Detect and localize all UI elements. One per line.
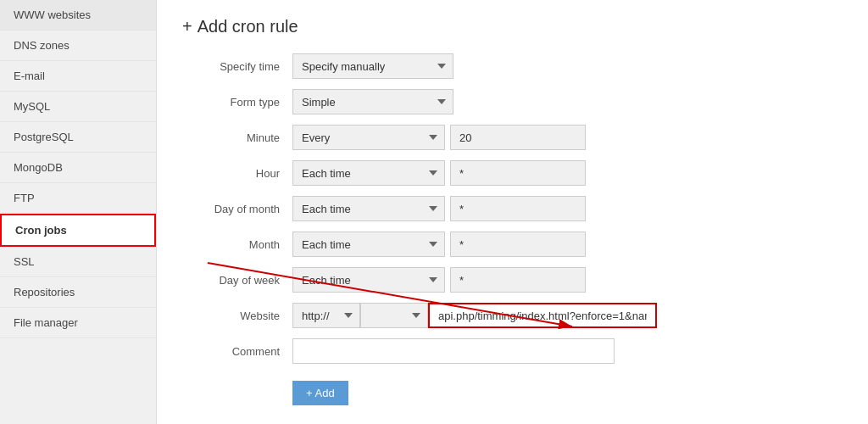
day-of-week-select[interactable]: Each time Every Specify manually xyxy=(292,267,445,293)
form-type-label: Form type xyxy=(182,96,292,109)
plus-icon: + xyxy=(182,17,192,36)
form-type-select[interactable]: Simple Advanced xyxy=(292,89,453,114)
sidebar-item-repositories[interactable]: Repositories xyxy=(0,277,156,308)
month-label: Month xyxy=(182,238,292,251)
sidebar-item-email[interactable]: E-mail xyxy=(0,61,156,92)
sidebar-item-ssl[interactable]: SSL xyxy=(0,247,156,277)
day-of-month-label: Day of month xyxy=(182,203,292,215)
day-of-month-value[interactable]: * xyxy=(450,196,586,221)
add-button-row: + Add xyxy=(182,374,843,405)
day-of-week-row: Day of week Each time Every Specify manu… xyxy=(182,267,843,293)
day-of-week-control: Each time Every Specify manually * xyxy=(292,267,586,293)
day-of-month-control: Each time Every Specify manually * xyxy=(292,196,586,221)
specify-time-control: Specify manually Every hour Every day Ev… xyxy=(292,53,453,79)
sidebar-item-ftp[interactable]: FTP xyxy=(0,183,156,214)
page-title: + Add cron rule xyxy=(182,17,843,36)
website-domain-select[interactable] xyxy=(360,303,428,328)
website-control: http:// https:// api.php/timming/index.h… xyxy=(292,303,657,328)
month-value[interactable]: * xyxy=(450,232,586,257)
hour-row: Hour Each time Every Specify manually * xyxy=(182,160,843,186)
sidebar-item-dns-zones[interactable]: DNS zones xyxy=(0,31,156,61)
form-type-control: Simple Advanced xyxy=(292,89,453,114)
month-control: Each time Every Specify manually * xyxy=(292,232,586,257)
day-of-week-label: Day of week xyxy=(182,274,292,287)
comment-label: Comment xyxy=(182,345,292,358)
month-select[interactable]: Each time Every Specify manually xyxy=(292,232,445,257)
comment-row: Comment xyxy=(182,338,843,364)
form-type-row: Form type Simple Advanced xyxy=(182,89,843,114)
hour-label: Hour xyxy=(182,167,292,180)
month-row: Month Each time Every Specify manually * xyxy=(182,232,843,257)
website-protocol-select[interactable]: http:// https:// xyxy=(292,303,360,328)
sidebar-item-cron-jobs[interactable]: Cron jobs xyxy=(0,214,156,247)
specify-time-row: Specify time Specify manually Every hour… xyxy=(182,53,843,79)
main-content: + Add cron rule Specify time Specify man… xyxy=(157,0,868,424)
sidebar-item-mongodb[interactable]: MongoDB xyxy=(0,153,156,183)
website-row: Website http:// https:// api.php/timming… xyxy=(182,303,843,328)
sidebar-item-postgresql[interactable]: PostgreSQL xyxy=(0,122,156,153)
minute-label: Minute xyxy=(182,131,292,144)
day-of-month-row: Day of month Each time Every Specify man… xyxy=(182,196,843,221)
website-url-input[interactable]: api.php/timming/index.html?enforce=1&nam… xyxy=(428,303,657,328)
comment-input[interactable] xyxy=(292,338,615,364)
day-of-week-value[interactable]: * xyxy=(450,267,586,293)
day-of-month-select[interactable]: Each time Every Specify manually xyxy=(292,196,445,221)
hour-select[interactable]: Each time Every Specify manually xyxy=(292,160,445,186)
comment-control xyxy=(292,338,615,364)
sidebar-item-www-websites[interactable]: WWW websites xyxy=(0,0,156,31)
hour-control: Each time Every Specify manually * xyxy=(292,160,586,186)
specify-time-label: Specify time xyxy=(182,60,292,73)
sidebar: WWW websitesDNS zonesE-mailMySQLPostgreS… xyxy=(0,0,157,424)
hour-value[interactable]: * xyxy=(450,160,586,186)
minute-row: Minute Every Each time Specify manually … xyxy=(182,125,843,150)
website-label: Website xyxy=(182,310,292,322)
minute-value[interactable]: 20 xyxy=(450,125,586,150)
sidebar-item-mysql[interactable]: MySQL xyxy=(0,92,156,122)
sidebar-item-file-manager[interactable]: File manager xyxy=(0,308,156,338)
minute-control: Every Each time Specify manually 20 xyxy=(292,125,586,150)
add-button[interactable]: + Add xyxy=(292,381,348,405)
specify-time-select[interactable]: Specify manually Every hour Every day Ev… xyxy=(292,53,453,79)
minute-select[interactable]: Every Each time Specify manually xyxy=(292,125,445,150)
